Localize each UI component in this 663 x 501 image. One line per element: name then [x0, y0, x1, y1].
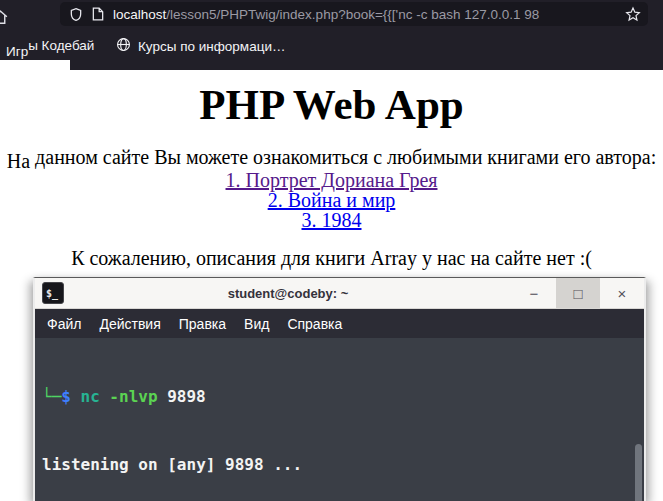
close-button[interactable]: ×	[600, 278, 644, 308]
intro-text: На данном сайте Вы можете ознакомиться с…	[0, 146, 663, 169]
sorry-text: К сожалению, описания для книги Array у …	[0, 247, 663, 270]
command-options: -nlvp	[109, 387, 157, 406]
command-name: nc	[81, 387, 100, 406]
home-icon[interactable]	[0, 9, 9, 30]
menu-help[interactable]: Справка	[278, 316, 351, 332]
browser-toolbar: localhost/lesson5/PHPTwig/index.php?book…	[0, 0, 663, 28]
intro-part2: данном сайте Вы можете ознакомиться с лю…	[30, 146, 656, 168]
intro-part1: На	[7, 150, 30, 172]
url-path: /lesson5/PHPTwig/index.php?book={{['nc -…	[166, 7, 539, 22]
bookmark-label-part2: ы Кодебай	[28, 38, 94, 53]
menu-actions[interactable]: Действия	[90, 316, 169, 332]
globe-icon	[116, 37, 131, 55]
terminal-titlebar[interactable]: $_ student@codeby: ~ − □ ×	[35, 278, 644, 309]
terminal-window-title: student@codeby: ~	[64, 286, 512, 301]
terminal-window: $_ student@codeby: ~ − □ × Файл Действия…	[33, 277, 646, 501]
terminal-menubar: Файл Действия Правка Вид Справка	[35, 309, 644, 338]
menu-edit[interactable]: Правка	[170, 316, 235, 332]
bookmark-label-part1: Игр	[6, 44, 28, 59]
address-bar[interactable]: localhost/lesson5/PHPTwig/index.php?book…	[60, 2, 648, 26]
command-argument: 9898	[167, 387, 206, 406]
page-title: PHP Web App	[0, 84, 663, 125]
minimize-button[interactable]: −	[512, 278, 556, 308]
page-background-notch	[0, 60, 70, 70]
maximize-button[interactable]: □	[556, 278, 600, 308]
book-link-2[interactable]: 2. Война и мир	[0, 190, 663, 210]
browser-chrome: localhost/lesson5/PHPTwig/index.php?book…	[0, 0, 663, 70]
terminal-output[interactable]: └─$nc-nlvp9898 listening on [any] 9898 .…	[35, 338, 644, 501]
menu-file[interactable]: Файл	[38, 316, 90, 332]
prompt-dollar: $	[61, 387, 71, 406]
book-link-3[interactable]: 3. 1984	[0, 210, 663, 230]
bookmarks-bar: Игры Кодебай Курсы по информаци…	[0, 28, 663, 70]
web-page: PHP Web App На данном сайте Вы можете оз…	[0, 70, 663, 270]
terminal-scrollbar-thumb[interactable]	[635, 444, 642, 501]
book-link-1[interactable]: 1. Портрет Дориана Грея	[0, 170, 663, 190]
url-text: localhost/lesson5/PHPTwig/index.php?book…	[113, 7, 622, 22]
bookmark-label: Курсы по информаци…	[138, 39, 285, 54]
bookmark-item-courses[interactable]: Курсы по информаци…	[116, 37, 285, 55]
bookmark-item-kodeby[interactable]: Игры Кодебай	[6, 38, 94, 53]
prompt-line: └─$nc-nlvp9898	[42, 386, 644, 409]
output-line: listening on [any] 9898 ...	[42, 454, 644, 477]
url-host: localhost	[113, 7, 166, 22]
bookmark-star-icon[interactable]	[625, 6, 641, 25]
shield-icon[interactable]	[69, 7, 83, 22]
prompt-branch: └─	[42, 387, 61, 406]
menu-view[interactable]: Вид	[235, 316, 278, 332]
terminal-app-icon: $_	[42, 282, 64, 304]
book-links: 1. Портрет Дориана Грея 2. Война и мир 3…	[0, 170, 663, 230]
page-info-icon[interactable]	[92, 7, 104, 21]
